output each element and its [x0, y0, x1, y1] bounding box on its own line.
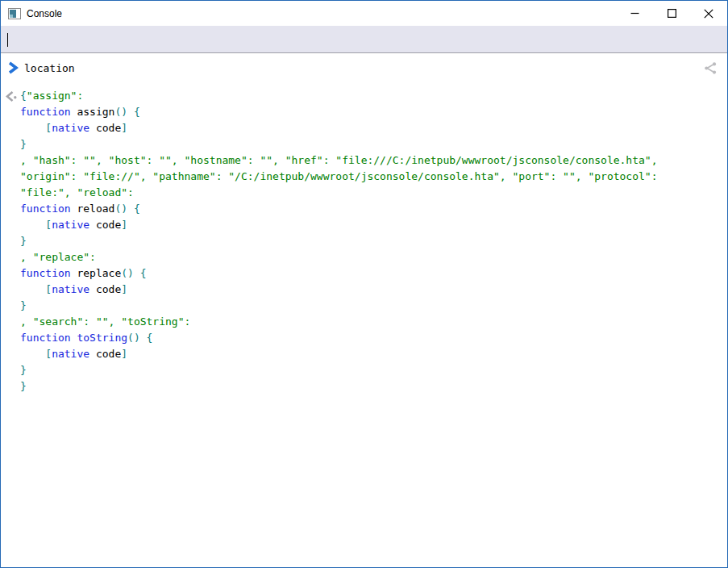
code-line: function assign() { — [20, 104, 722, 120]
command-input-row — [1, 26, 727, 53]
code-line: function reload() { — [20, 201, 722, 217]
window-title: Console — [27, 8, 62, 19]
code-line: [native code] — [20, 120, 722, 136]
close-icon — [704, 9, 713, 19]
code-output: {"assign":function assign() { [native co… — [20, 88, 722, 395]
command-text: location — [24, 62, 75, 74]
app-window-icon — [8, 8, 21, 19]
code-line: } — [20, 378, 722, 395]
code-line: {"assign": — [20, 88, 722, 104]
console-window: Console — [0, 0, 728, 568]
code-line: [native code] — [20, 346, 722, 362]
code-line: [native code] — [20, 282, 722, 298]
maximize-button[interactable] — [653, 1, 690, 26]
minimize-icon — [630, 9, 639, 18]
code-line: function replace() { — [20, 265, 722, 282]
close-button[interactable] — [690, 1, 727, 26]
command-input[interactable] — [7, 26, 727, 52]
share-icon[interactable] — [704, 61, 718, 75]
window-controls — [616, 1, 727, 26]
prompt-chevron-right-icon — [8, 61, 19, 74]
code-line: , "hash": "", "host": "", "hostname": ""… — [20, 152, 722, 169]
code-line: "origin": "file://", "pathname": "/C:/in… — [20, 169, 722, 185]
code-line: } — [20, 298, 722, 314]
titlebar[interactable]: Console — [1, 1, 727, 26]
minimize-button[interactable] — [616, 1, 653, 26]
code-line: } — [20, 233, 722, 249]
code-line: , "search": "", "toString": — [20, 314, 722, 330]
console-output: {"assign":function assign() { [native co… — [1, 82, 727, 395]
code-line: "file:", "reload": — [20, 185, 722, 201]
text-caret — [7, 33, 8, 47]
command-history-row: location — [1, 53, 727, 82]
code-line: } — [20, 362, 722, 378]
code-line: , "replace": — [20, 249, 722, 265]
maximize-icon — [668, 9, 676, 18]
result-return-arrow-icon — [5, 90, 19, 102]
code-line: function toString() { — [20, 330, 722, 346]
code-line: [native code] — [20, 217, 722, 233]
code-line: } — [20, 136, 722, 152]
